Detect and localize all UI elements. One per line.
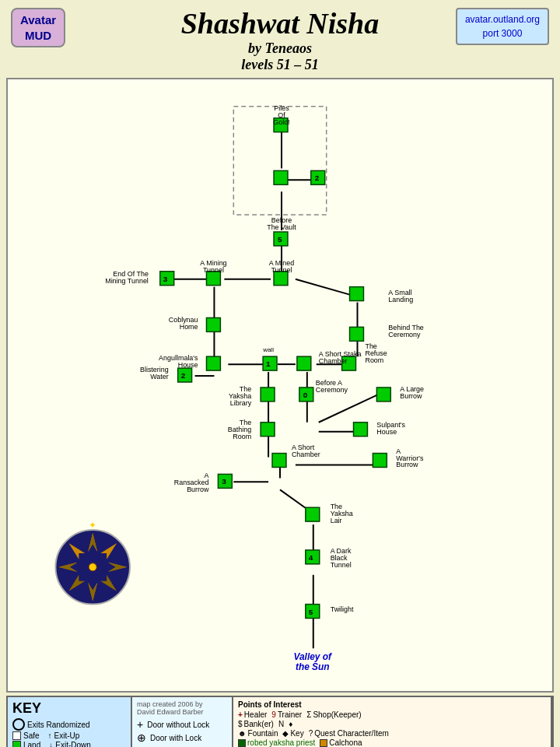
svg-text:Valley of: Valley of [293,651,332,662]
svg-text:Tunnel: Tunnel [331,561,352,569]
svg-text:0: 0 [303,391,308,399]
svg-text:Gold!: Gold! [273,118,289,126]
svg-text:House: House [178,361,198,369]
svg-rect-32 [274,170,288,184]
svg-rect-56 [354,423,368,437]
svg-text:✦: ✦ [89,520,96,531]
svg-text:Landing: Landing [388,296,413,303]
svg-rect-51 [261,388,275,402]
page-header: Avatar MUD Shashwat Nisha by Teneaos lev… [0,0,560,76]
land-box [12,741,21,747]
svg-text:2: 2 [181,371,186,380]
svg-rect-61 [306,507,320,521]
avatar-line1: Avatar [20,13,56,26]
svg-text:Mining Tunnel: Mining Tunnel [105,277,149,285]
svg-text:Burrow: Burrow [396,461,418,468]
map-container: 2 5 3 1 2 0 [6,78,554,693]
server-line2: port 3000 [483,28,523,39]
svg-text:Burrow: Burrow [187,486,209,493]
safe-box [12,731,21,740]
svg-text:wall: wall [262,346,274,353]
svg-text:The Vault: The Vault [267,223,296,231]
svg-text:Ceremony: Ceremony [316,386,348,394]
avatar-badge: Avatar MUD [11,8,65,47]
svg-rect-47 [297,356,311,370]
legend-no-lock: + Door without Lock [137,718,227,731]
svg-rect-43 [350,327,364,341]
legend-lock: ⊕ Door with Lock [137,731,227,744]
svg-text:4: 4 [309,553,313,562]
svg-text:2: 2 [315,174,320,182]
svg-rect-54 [376,388,390,402]
svg-text:3: 3 [163,275,168,283]
svg-text:the Sun: the Sun [296,661,330,672]
legend-poi-section: Points of Interest +Healer 9Trainer ΣSho… [233,697,552,747]
map-svg: 2 5 3 1 2 0 [8,79,552,691]
svg-text:Twilight: Twilight [331,605,354,613]
svg-text:House: House [376,428,397,436]
circle-icon [12,718,25,731]
svg-rect-44 [206,356,220,370]
svg-text:Lair: Lair [331,517,342,524]
svg-text:Room: Room [365,356,383,364]
server-badge: avatar.outland.org port 3000 [456,8,549,45]
svg-text:Chamber: Chamber [319,357,348,365]
svg-text:Tunnel: Tunnel [203,266,224,274]
svg-text:Ceremony: Ceremony [388,331,421,338]
svg-text:Room: Room [233,433,251,440]
legend-land: Land ↓ Exit-Down [12,741,126,747]
poi-title: Points of Interest [238,700,546,709]
legend-key-section: KEY Exits Randomized Safe ↑ Exit-Up Land… [8,697,132,747]
svg-rect-55 [261,423,275,437]
svg-text:Burrow: Burrow [400,392,422,400]
svg-rect-60 [373,454,387,468]
svg-point-136 [89,563,96,571]
legend-doors-section: map created 2006 byDavid Edward Barber +… [132,697,233,747]
legend-safe: Safe ↑ Exit-Up [12,731,126,740]
legend: KEY Exits Randomized Safe ↑ Exit-Up Land… [6,696,554,747]
author: by Teneaos [248,40,312,56]
svg-text:1: 1 [266,359,271,368]
svg-text:3: 3 [222,477,226,486]
svg-text:Tunnel: Tunnel [271,266,292,274]
credits: map created 2006 byDavid Edward Barber [137,700,227,716]
legend-title: KEY [12,700,126,717]
svg-text:Library: Library [230,399,252,407]
svg-text:Water: Water [150,373,169,381]
svg-rect-41 [350,287,364,301]
svg-text:Chamber: Chamber [292,451,320,458]
svg-rect-57 [272,454,286,468]
svg-text:5: 5 [278,235,282,244]
avatar-line2: MUD [25,29,51,42]
server-line1: avatar.outland.org [465,14,540,25]
svg-text:Home: Home [180,323,198,331]
levels: levels 51 – 51 [241,57,318,72]
svg-text:5: 5 [309,608,313,616]
legend-exits-random: Exits Randomized [12,718,126,731]
svg-rect-42 [206,317,220,331]
